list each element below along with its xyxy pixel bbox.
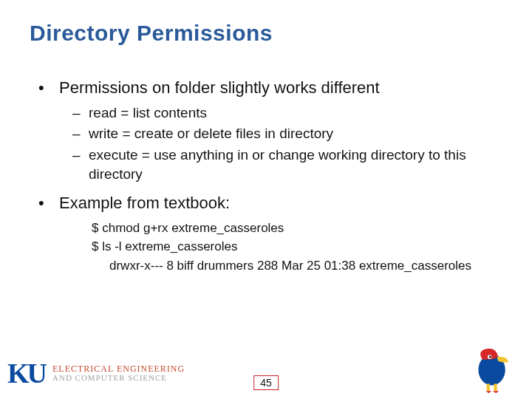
svg-point-2 [489, 356, 491, 358]
bullet-text: Permissions on folder slightly works dif… [59, 78, 380, 97]
slide-title: Directory Permissions [30, 21, 273, 46]
dept-line1: ELECTRICAL ENGINEERING [52, 364, 185, 374]
code-line: $ chmod g+rx extreme_casseroles [92, 219, 497, 238]
bullet-item: Example from textbook: $ chmod g+rx extr… [38, 192, 497, 275]
dept-name: ELECTRICAL ENGINEERING AND COMPUTER SCIE… [52, 364, 185, 382]
bullet-item: Permissions on folder slightly works dif… [38, 77, 497, 185]
sub-bullet-text: execute = use anything in or change work… [89, 147, 466, 183]
footer-logo: KU ELECTRICAL ENGINEERING AND COMPUTER S… [7, 359, 185, 387]
dept-line2: AND COMPUTER SCIENCE [52, 374, 185, 383]
code-line: drwxr-x--- 8 biff drummers 288 Mar 25 01… [92, 256, 497, 276]
slide: Directory Permissions Permissions on fol… [0, 0, 532, 399]
code-block: $ chmod g+rx extreme_casseroles $ ls -l … [92, 219, 497, 276]
sub-bullet-item: execute = use anything in or change work… [69, 146, 497, 185]
code-line: $ ls -l extreme_casseroles [92, 237, 497, 256]
sub-bullet-item: write = create or delete files in direct… [69, 124, 497, 144]
svg-rect-3 [487, 383, 490, 391]
bullet-text: Example from textbook: [59, 194, 230, 212]
slide-content: Permissions on folder slightly works dif… [38, 77, 497, 281]
bullet-list-level2: read = list contents write = create or d… [69, 103, 497, 185]
sub-bullet-item: read = list contents [69, 103, 497, 123]
ku-logo-icon: KU [7, 359, 45, 387]
bullet-list-level1: Permissions on folder slightly works dif… [38, 77, 497, 275]
sub-bullet-text: read = list contents [89, 105, 207, 120]
page-number: 45 [253, 375, 279, 390]
jayhawk-mascot-icon [467, 341, 519, 393]
svg-rect-4 [494, 383, 497, 391]
sub-bullet-text: write = create or delete files in direct… [89, 126, 333, 141]
